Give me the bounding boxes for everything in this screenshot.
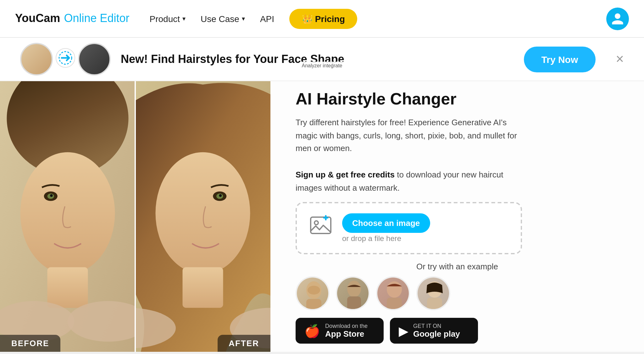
google-play-small-text: GET IT ON	[413, 323, 460, 329]
drop-text: or drop a file here	[342, 234, 430, 243]
nav-product[interactable]: Product	[150, 14, 186, 24]
google-play-text: GET IT ON Google play	[413, 323, 460, 339]
svg-point-7	[50, 194, 53, 197]
svg-rect-19	[311, 217, 331, 234]
example-photo-1[interactable]	[296, 277, 330, 311]
svg-rect-8	[47, 267, 88, 308]
close-banner-button[interactable]: ×	[616, 51, 624, 67]
before-after-divider	[135, 81, 136, 352]
navbar: YouCam Online Editor Product Use Case AP…	[0, 0, 644, 38]
svg-point-22	[308, 286, 320, 295]
panel-desc-bold: Sign up & get free credits	[296, 170, 395, 179]
panel-description: Try different hairstyles for free! Exper…	[296, 116, 522, 195]
upload-icon	[309, 215, 332, 242]
nav-use-case[interactable]: Use Case	[201, 14, 245, 24]
google-play-large-text: Google play	[413, 329, 460, 339]
try-now-button[interactable]: Try Now	[524, 46, 596, 72]
app-store-small-text: Download on the	[325, 323, 368, 329]
examples-section: Or try with an example	[296, 262, 619, 311]
banner-arrow-icon	[55, 48, 75, 71]
example-photos	[296, 277, 619, 311]
svg-rect-23	[306, 299, 321, 311]
panel-desc-plain: Try different hairstyles for free! Exper…	[296, 117, 517, 153]
example-photo-4[interactable]	[416, 277, 450, 311]
store-buttons: 🍎 Download on the App Store ▶ GET IT ON …	[296, 318, 619, 344]
promo-banner: Analyzer integrate New! Find Hairstyles …	[0, 38, 644, 81]
before-after-container: BEFORE	[0, 81, 270, 352]
apple-icon: 🍎	[304, 323, 320, 339]
main-content: BEFORE	[0, 81, 644, 352]
svg-rect-25	[347, 297, 361, 311]
face-after: AFTER	[135, 81, 270, 352]
image-upload-icon	[309, 215, 332, 238]
svg-rect-29	[427, 298, 442, 311]
upload-area[interactable]: Choose an image or drop a file here	[296, 202, 522, 255]
before-label: BEFORE	[0, 335, 60, 352]
app-store-text: Download on the App Store	[325, 323, 368, 339]
banner-face-before	[20, 43, 53, 76]
app-store-button[interactable]: 🍎 Download on the App Store	[296, 318, 384, 344]
hero-image-area: BEFORE	[0, 81, 270, 352]
logo[interactable]: YouCam Online Editor	[15, 12, 130, 25]
right-panel: AI Hairstyle Changer Try different hairs…	[270, 81, 644, 352]
face-after-svg	[135, 81, 270, 352]
user-avatar[interactable]	[606, 7, 629, 30]
nav-api[interactable]: API	[260, 14, 274, 24]
svg-rect-16	[183, 267, 223, 308]
after-label: AFTER	[217, 335, 270, 352]
app-store-large-text: App Store	[325, 329, 368, 339]
panel-title: AI Hairstyle Changer	[296, 89, 619, 109]
google-play-button[interactable]: ▶ GET IT ON Google play	[390, 318, 478, 344]
analyzer-badge: Analyzer integrate	[299, 62, 346, 70]
logo-brand: YouCam	[15, 12, 60, 25]
svg-point-12	[156, 152, 250, 274]
face-before: BEFORE	[0, 81, 135, 352]
examples-label: Or try with an example	[296, 262, 619, 272]
face-before-svg	[0, 81, 135, 352]
logo-product: Online Editor	[64, 12, 129, 25]
svg-point-20	[314, 221, 318, 225]
svg-point-15	[219, 194, 222, 197]
svg-point-4	[20, 152, 115, 274]
pricing-button[interactable]: 👑 Pricing	[289, 8, 358, 29]
banner-face-after	[78, 43, 111, 76]
nav-links: Product Use Case API 👑 Pricing	[150, 8, 607, 29]
svg-point-24	[347, 281, 361, 297]
google-play-icon: ▶	[399, 323, 408, 339]
upload-text-area: Choose an image or drop a file here	[342, 214, 430, 243]
banner-images: Analyzer integrate	[20, 43, 111, 76]
example-photo-3[interactable]	[376, 277, 410, 311]
example-photo-2[interactable]	[336, 277, 370, 311]
svg-rect-27	[387, 298, 402, 311]
svg-point-26	[387, 282, 402, 298]
user-icon	[611, 12, 625, 25]
choose-image-button[interactable]: Choose an image	[342, 214, 430, 233]
